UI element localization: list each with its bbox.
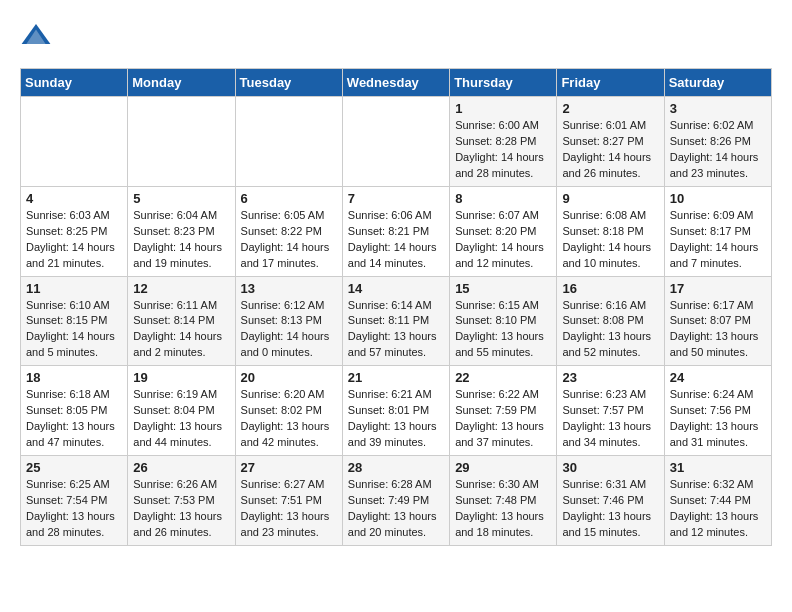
cell-content: Sunrise: 6:08 AMSunset: 8:18 PMDaylight:… xyxy=(562,208,658,272)
day-number: 9 xyxy=(562,191,658,206)
calendar-cell: 11Sunrise: 6:10 AMSunset: 8:15 PMDayligh… xyxy=(21,276,128,366)
day-number: 17 xyxy=(670,281,766,296)
calendar-cell: 3Sunrise: 6:02 AMSunset: 8:26 PMDaylight… xyxy=(664,97,771,187)
day-number: 13 xyxy=(241,281,337,296)
cell-content: Sunrise: 6:05 AMSunset: 8:22 PMDaylight:… xyxy=(241,208,337,272)
cell-content: Sunrise: 6:11 AMSunset: 8:14 PMDaylight:… xyxy=(133,298,229,362)
calendar-cell: 25Sunrise: 6:25 AMSunset: 7:54 PMDayligh… xyxy=(21,456,128,546)
cell-content: Sunrise: 6:02 AMSunset: 8:26 PMDaylight:… xyxy=(670,118,766,182)
header-wednesday: Wednesday xyxy=(342,69,449,97)
calendar-cell: 31Sunrise: 6:32 AMSunset: 7:44 PMDayligh… xyxy=(664,456,771,546)
page-header xyxy=(20,20,772,52)
calendar-cell: 24Sunrise: 6:24 AMSunset: 7:56 PMDayligh… xyxy=(664,366,771,456)
day-number: 8 xyxy=(455,191,551,206)
day-number: 19 xyxy=(133,370,229,385)
calendar-cell: 12Sunrise: 6:11 AMSunset: 8:14 PMDayligh… xyxy=(128,276,235,366)
cell-content: Sunrise: 6:06 AMSunset: 8:21 PMDaylight:… xyxy=(348,208,444,272)
day-number: 27 xyxy=(241,460,337,475)
calendar-cell: 19Sunrise: 6:19 AMSunset: 8:04 PMDayligh… xyxy=(128,366,235,456)
calendar-cell: 30Sunrise: 6:31 AMSunset: 7:46 PMDayligh… xyxy=(557,456,664,546)
cell-content: Sunrise: 6:19 AMSunset: 8:04 PMDaylight:… xyxy=(133,387,229,451)
calendar-cell: 7Sunrise: 6:06 AMSunset: 8:21 PMDaylight… xyxy=(342,186,449,276)
calendar-cell: 22Sunrise: 6:22 AMSunset: 7:59 PMDayligh… xyxy=(450,366,557,456)
cell-content: Sunrise: 6:21 AMSunset: 8:01 PMDaylight:… xyxy=(348,387,444,451)
calendar-cell: 6Sunrise: 6:05 AMSunset: 8:22 PMDaylight… xyxy=(235,186,342,276)
cell-content: Sunrise: 6:16 AMSunset: 8:08 PMDaylight:… xyxy=(562,298,658,362)
calendar-body: 1Sunrise: 6:00 AMSunset: 8:28 PMDaylight… xyxy=(21,97,772,546)
header-tuesday: Tuesday xyxy=(235,69,342,97)
day-number: 4 xyxy=(26,191,122,206)
calendar-cell: 4Sunrise: 6:03 AMSunset: 8:25 PMDaylight… xyxy=(21,186,128,276)
day-number: 6 xyxy=(241,191,337,206)
cell-content: Sunrise: 6:28 AMSunset: 7:49 PMDaylight:… xyxy=(348,477,444,541)
day-number: 31 xyxy=(670,460,766,475)
cell-content: Sunrise: 6:32 AMSunset: 7:44 PMDaylight:… xyxy=(670,477,766,541)
day-number: 12 xyxy=(133,281,229,296)
day-number: 15 xyxy=(455,281,551,296)
calendar-cell xyxy=(342,97,449,187)
calendar-header: SundayMondayTuesdayWednesdayThursdayFrid… xyxy=(21,69,772,97)
calendar-cell: 27Sunrise: 6:27 AMSunset: 7:51 PMDayligh… xyxy=(235,456,342,546)
header-saturday: Saturday xyxy=(664,69,771,97)
calendar-cell: 18Sunrise: 6:18 AMSunset: 8:05 PMDayligh… xyxy=(21,366,128,456)
calendar-cell: 9Sunrise: 6:08 AMSunset: 8:18 PMDaylight… xyxy=(557,186,664,276)
day-number: 20 xyxy=(241,370,337,385)
cell-content: Sunrise: 6:18 AMSunset: 8:05 PMDaylight:… xyxy=(26,387,122,451)
day-number: 25 xyxy=(26,460,122,475)
day-number: 24 xyxy=(670,370,766,385)
day-number: 22 xyxy=(455,370,551,385)
day-number: 29 xyxy=(455,460,551,475)
cell-content: Sunrise: 6:25 AMSunset: 7:54 PMDaylight:… xyxy=(26,477,122,541)
cell-content: Sunrise: 6:15 AMSunset: 8:10 PMDaylight:… xyxy=(455,298,551,362)
calendar-cell: 10Sunrise: 6:09 AMSunset: 8:17 PMDayligh… xyxy=(664,186,771,276)
day-number: 21 xyxy=(348,370,444,385)
day-number: 30 xyxy=(562,460,658,475)
day-number: 11 xyxy=(26,281,122,296)
calendar-cell xyxy=(235,97,342,187)
cell-content: Sunrise: 6:30 AMSunset: 7:48 PMDaylight:… xyxy=(455,477,551,541)
day-number: 3 xyxy=(670,101,766,116)
cell-content: Sunrise: 6:26 AMSunset: 7:53 PMDaylight:… xyxy=(133,477,229,541)
cell-content: Sunrise: 6:07 AMSunset: 8:20 PMDaylight:… xyxy=(455,208,551,272)
week-row-3: 11Sunrise: 6:10 AMSunset: 8:15 PMDayligh… xyxy=(21,276,772,366)
logo-icon xyxy=(20,20,52,52)
calendar-cell xyxy=(21,97,128,187)
calendar-cell: 14Sunrise: 6:14 AMSunset: 8:11 PMDayligh… xyxy=(342,276,449,366)
calendar-cell: 2Sunrise: 6:01 AMSunset: 8:27 PMDaylight… xyxy=(557,97,664,187)
calendar-cell: 5Sunrise: 6:04 AMSunset: 8:23 PMDaylight… xyxy=(128,186,235,276)
week-row-1: 1Sunrise: 6:00 AMSunset: 8:28 PMDaylight… xyxy=(21,97,772,187)
cell-content: Sunrise: 6:03 AMSunset: 8:25 PMDaylight:… xyxy=(26,208,122,272)
cell-content: Sunrise: 6:12 AMSunset: 8:13 PMDaylight:… xyxy=(241,298,337,362)
day-number: 28 xyxy=(348,460,444,475)
cell-content: Sunrise: 6:22 AMSunset: 7:59 PMDaylight:… xyxy=(455,387,551,451)
cell-content: Sunrise: 6:23 AMSunset: 7:57 PMDaylight:… xyxy=(562,387,658,451)
header-row: SundayMondayTuesdayWednesdayThursdayFrid… xyxy=(21,69,772,97)
cell-content: Sunrise: 6:27 AMSunset: 7:51 PMDaylight:… xyxy=(241,477,337,541)
day-number: 18 xyxy=(26,370,122,385)
cell-content: Sunrise: 6:24 AMSunset: 7:56 PMDaylight:… xyxy=(670,387,766,451)
logo xyxy=(20,20,54,52)
day-number: 23 xyxy=(562,370,658,385)
calendar-table: SundayMondayTuesdayWednesdayThursdayFrid… xyxy=(20,68,772,546)
calendar-cell: 28Sunrise: 6:28 AMSunset: 7:49 PMDayligh… xyxy=(342,456,449,546)
calendar-cell: 8Sunrise: 6:07 AMSunset: 8:20 PMDaylight… xyxy=(450,186,557,276)
cell-content: Sunrise: 6:00 AMSunset: 8:28 PMDaylight:… xyxy=(455,118,551,182)
cell-content: Sunrise: 6:20 AMSunset: 8:02 PMDaylight:… xyxy=(241,387,337,451)
calendar-cell: 17Sunrise: 6:17 AMSunset: 8:07 PMDayligh… xyxy=(664,276,771,366)
calendar-cell: 20Sunrise: 6:20 AMSunset: 8:02 PMDayligh… xyxy=(235,366,342,456)
calendar-cell: 15Sunrise: 6:15 AMSunset: 8:10 PMDayligh… xyxy=(450,276,557,366)
day-number: 1 xyxy=(455,101,551,116)
calendar-cell: 16Sunrise: 6:16 AMSunset: 8:08 PMDayligh… xyxy=(557,276,664,366)
calendar-cell: 23Sunrise: 6:23 AMSunset: 7:57 PMDayligh… xyxy=(557,366,664,456)
day-number: 26 xyxy=(133,460,229,475)
calendar-cell: 26Sunrise: 6:26 AMSunset: 7:53 PMDayligh… xyxy=(128,456,235,546)
calendar-cell: 13Sunrise: 6:12 AMSunset: 8:13 PMDayligh… xyxy=(235,276,342,366)
header-sunday: Sunday xyxy=(21,69,128,97)
week-row-5: 25Sunrise: 6:25 AMSunset: 7:54 PMDayligh… xyxy=(21,456,772,546)
header-friday: Friday xyxy=(557,69,664,97)
calendar-cell: 1Sunrise: 6:00 AMSunset: 8:28 PMDaylight… xyxy=(450,97,557,187)
week-row-2: 4Sunrise: 6:03 AMSunset: 8:25 PMDaylight… xyxy=(21,186,772,276)
cell-content: Sunrise: 6:04 AMSunset: 8:23 PMDaylight:… xyxy=(133,208,229,272)
calendar-cell: 21Sunrise: 6:21 AMSunset: 8:01 PMDayligh… xyxy=(342,366,449,456)
cell-content: Sunrise: 6:09 AMSunset: 8:17 PMDaylight:… xyxy=(670,208,766,272)
